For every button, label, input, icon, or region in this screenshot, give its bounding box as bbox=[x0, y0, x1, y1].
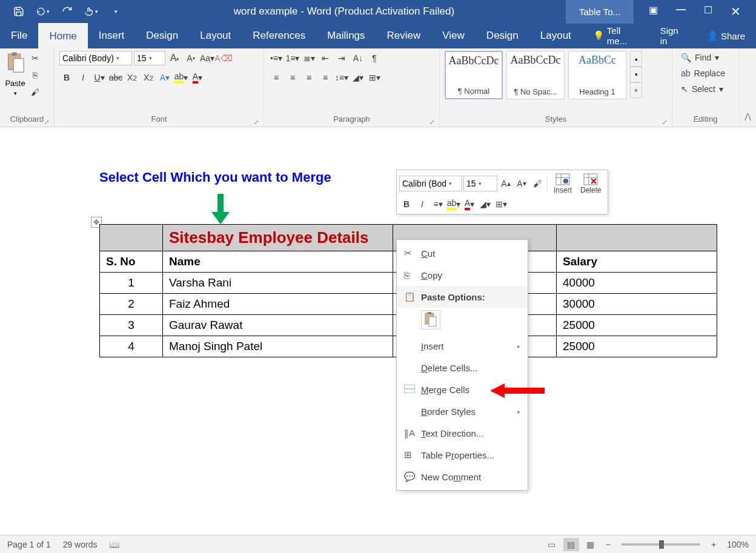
status-proofing-icon[interactable]: 📖 bbox=[109, 540, 119, 549]
mini-insert-button[interactable]: ↓Insert bbox=[550, 173, 575, 194]
copy-icon[interactable]: ⎘ bbox=[28, 68, 42, 82]
superscript-button[interactable]: X2 bbox=[141, 70, 156, 85]
undo-icon[interactable]: ▾ bbox=[36, 5, 50, 18]
view-web-layout-icon[interactable]: ▦ bbox=[583, 538, 598, 551]
clipboard-launcher-icon[interactable]: ⤢ bbox=[44, 119, 49, 125]
collapse-ribbon-icon[interactable]: ᐱ bbox=[744, 111, 751, 123]
shading-icon[interactable]: ◢▾ bbox=[351, 70, 365, 85]
tab-design[interactable]: Design bbox=[135, 23, 189, 48]
view-print-layout-icon[interactable]: ▤ bbox=[563, 538, 579, 551]
tell-me-search[interactable]: 💡Tell me... bbox=[582, 23, 649, 48]
ctx-copy[interactable]: ⎘Copy bbox=[397, 264, 528, 286]
font-size-combo[interactable]: 15▾ bbox=[134, 51, 165, 65]
tab-insert[interactable]: Insert bbox=[88, 23, 136, 48]
mini-shading-icon[interactable]: ◢▾ bbox=[478, 197, 492, 211]
mini-format-painter-icon[interactable]: 🖌 bbox=[530, 176, 545, 191]
style-no-spacing[interactable]: AaBbCcDc ¶ No Spac... bbox=[506, 51, 565, 99]
header-name[interactable]: Name bbox=[163, 251, 393, 273]
strikethrough-button[interactable]: abc bbox=[108, 70, 123, 85]
zoom-level[interactable]: 100% bbox=[727, 540, 749, 549]
cut-icon[interactable]: ✂ bbox=[28, 51, 42, 65]
status-page[interactable]: Page 1 of 1 bbox=[7, 540, 51, 549]
view-read-mode-icon[interactable]: ▭ bbox=[544, 538, 560, 551]
header-salary[interactable]: Salary bbox=[557, 251, 717, 273]
align-right-icon[interactable]: ≡ bbox=[302, 70, 316, 85]
numbering-icon[interactable]: 1≡▾ bbox=[285, 51, 300, 65]
font-name-combo[interactable]: Calibri (Body)▾ bbox=[59, 51, 132, 65]
mini-align-icon[interactable]: ≡▾ bbox=[431, 197, 445, 211]
font-launcher-icon[interactable]: ⤢ bbox=[254, 119, 259, 125]
mini-font-color-icon[interactable]: A▾ bbox=[462, 197, 477, 211]
table-title-cell[interactable]: Sitesbay Employee Details bbox=[163, 225, 393, 251]
style-normal[interactable]: AaBbCcDc ¶ Normal bbox=[445, 51, 503, 99]
multilevel-icon[interactable]: ≣▾ bbox=[302, 51, 316, 65]
mini-shrink-font-icon[interactable]: A▾ bbox=[514, 176, 529, 191]
change-case-icon[interactable]: Aa▾ bbox=[200, 51, 214, 65]
grow-font-icon[interactable]: A▴ bbox=[167, 51, 182, 65]
maximize-icon[interactable]: ☐ bbox=[704, 4, 712, 19]
tab-table-layout[interactable]: Layout bbox=[529, 23, 582, 48]
redo-icon[interactable] bbox=[61, 5, 74, 18]
tab-view[interactable]: View bbox=[431, 23, 476, 48]
tab-layout[interactable]: Layout bbox=[189, 23, 242, 48]
share-button[interactable]: 👤Share bbox=[696, 23, 756, 48]
tab-file[interactable]: File bbox=[0, 23, 38, 48]
mini-highlight-icon[interactable]: ab▾ bbox=[446, 197, 461, 211]
bold-button[interactable]: B bbox=[59, 70, 74, 85]
select-button[interactable]: ↖Select ▾ bbox=[677, 82, 729, 96]
highlight-color-icon[interactable]: ab▾ bbox=[174, 70, 188, 85]
underline-button[interactable]: U▾ bbox=[92, 70, 107, 85]
align-left-icon[interactable]: ≡ bbox=[269, 70, 284, 85]
mini-delete-button[interactable]: Delete bbox=[577, 173, 605, 194]
mini-grow-font-icon[interactable]: A▴ bbox=[499, 176, 513, 191]
sign-in-button[interactable]: Sign in bbox=[649, 23, 696, 48]
ribbon-display-icon[interactable]: ▣ bbox=[649, 4, 658, 19]
format-painter-icon[interactable]: 🖌 bbox=[28, 85, 42, 99]
mini-italic-button[interactable]: I bbox=[415, 197, 429, 211]
status-words[interactable]: 29 words bbox=[63, 540, 98, 549]
shrink-font-icon[interactable]: A▾ bbox=[184, 51, 198, 65]
italic-button[interactable]: I bbox=[76, 70, 90, 85]
tab-references[interactable]: References bbox=[242, 23, 316, 48]
qat-customize-icon[interactable]: ▾ bbox=[109, 5, 122, 18]
mini-font-combo[interactable]: Calibri (Bod▾ bbox=[399, 176, 462, 191]
tab-mailings[interactable]: Mailings bbox=[316, 23, 376, 48]
tab-table-design[interactable]: Design bbox=[476, 23, 529, 48]
paste-button[interactable]: Paste ▾ bbox=[5, 51, 25, 96]
touch-mode-icon[interactable]: ▾ bbox=[85, 5, 98, 18]
paragraph-launcher-icon[interactable]: ⤢ bbox=[429, 119, 434, 125]
clear-format-icon[interactable]: A⌫ bbox=[216, 51, 231, 65]
replace-button[interactable]: abReplace bbox=[677, 67, 729, 80]
styles-launcher-icon[interactable]: ⤢ bbox=[662, 119, 667, 125]
ctx-border-styles[interactable]: Border Styles▸ bbox=[397, 400, 528, 422]
increase-indent-icon[interactable]: ⇥ bbox=[334, 51, 349, 65]
mini-borders-icon[interactable]: ⊞▾ bbox=[494, 197, 508, 211]
ctx-cut[interactable]: ✂CuCutt bbox=[397, 242, 528, 264]
paste-option-keep-source[interactable] bbox=[421, 310, 440, 329]
header-sno[interactable]: S. No bbox=[100, 251, 163, 273]
zoom-slider[interactable] bbox=[622, 543, 700, 546]
tab-review[interactable]: Review bbox=[376, 23, 432, 48]
style-heading-1[interactable]: AaBbCc Heading 1 bbox=[568, 51, 626, 99]
ctx-insert[interactable]: Insert▸ bbox=[397, 335, 528, 357]
styles-gallery-more[interactable]: ▴▾≡ bbox=[630, 51, 642, 98]
sort-icon[interactable]: A↓ bbox=[351, 51, 365, 65]
save-icon[interactable] bbox=[12, 5, 25, 18]
document-page[interactable]: Select Cell Which you want to Merge ✥ Si… bbox=[33, 139, 723, 157]
mini-size-combo[interactable]: 15▾ bbox=[463, 176, 497, 191]
show-marks-icon[interactable]: ¶ bbox=[367, 51, 382, 65]
ctx-delete-cells[interactable]: Delete Cells... bbox=[397, 357, 528, 379]
ctx-table-properties[interactable]: ⊞Table Properties... bbox=[397, 444, 528, 466]
text-effects-icon[interactable]: A▾ bbox=[158, 70, 172, 85]
borders-icon[interactable]: ⊞▾ bbox=[367, 70, 382, 85]
zoom-out-button[interactable]: − bbox=[602, 540, 614, 549]
close-icon[interactable]: ✕ bbox=[731, 4, 741, 19]
subscript-button[interactable]: X2 bbox=[125, 70, 139, 85]
ctx-new-comment[interactable]: 💬New Comment bbox=[397, 466, 528, 488]
bullets-icon[interactable]: •≡▾ bbox=[269, 51, 284, 65]
mini-bold-button[interactable]: B bbox=[399, 197, 414, 211]
find-button[interactable]: 🔍Find ▾ bbox=[677, 51, 729, 64]
decrease-indent-icon[interactable]: ⇤ bbox=[318, 51, 333, 65]
minimize-icon[interactable]: — bbox=[676, 4, 686, 19]
ctx-text-direction[interactable]: ‖AText Direction... bbox=[397, 422, 528, 444]
